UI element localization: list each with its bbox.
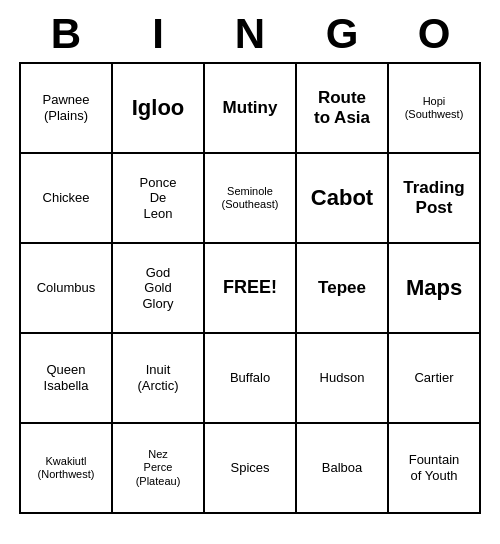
cell-0[interactable]: Pawnee (Plains): [21, 64, 113, 154]
title-i: I: [112, 10, 204, 58]
cell-10[interactable]: Columbus: [21, 244, 113, 334]
cell-11[interactable]: God Gold Glory: [113, 244, 205, 334]
cell-12[interactable]: FREE!: [205, 244, 297, 334]
bingo-grid: Pawnee (Plains)IglooMutinyRoute to AsiaH…: [19, 62, 481, 514]
cell-14[interactable]: Maps: [389, 244, 481, 334]
cell-23[interactable]: Balboa: [297, 424, 389, 514]
cell-20[interactable]: Kwakiutl (Northwest): [21, 424, 113, 514]
cell-13[interactable]: Tepee: [297, 244, 389, 334]
cell-7[interactable]: Seminole (Southeast): [205, 154, 297, 244]
cell-18[interactable]: Hudson: [297, 334, 389, 424]
title-o: O: [388, 10, 480, 58]
cell-24[interactable]: Fountain of Youth: [389, 424, 481, 514]
cell-16[interactable]: Inuit (Arctic): [113, 334, 205, 424]
cell-22[interactable]: Spices: [205, 424, 297, 514]
cell-9[interactable]: Trading Post: [389, 154, 481, 244]
cell-19[interactable]: Cartier: [389, 334, 481, 424]
bingo-title: B I N G O: [20, 10, 480, 58]
cell-1[interactable]: Igloo: [113, 64, 205, 154]
cell-4[interactable]: Hopi (Southwest): [389, 64, 481, 154]
title-b: B: [20, 10, 112, 58]
cell-17[interactable]: Buffalo: [205, 334, 297, 424]
title-g: G: [296, 10, 388, 58]
cell-6[interactable]: Ponce De Leon: [113, 154, 205, 244]
cell-2[interactable]: Mutiny: [205, 64, 297, 154]
cell-3[interactable]: Route to Asia: [297, 64, 389, 154]
cell-15[interactable]: Queen Isabella: [21, 334, 113, 424]
title-n: N: [204, 10, 296, 58]
cell-5[interactable]: Chickee: [21, 154, 113, 244]
cell-8[interactable]: Cabot: [297, 154, 389, 244]
cell-21[interactable]: Nez Perce (Plateau): [113, 424, 205, 514]
